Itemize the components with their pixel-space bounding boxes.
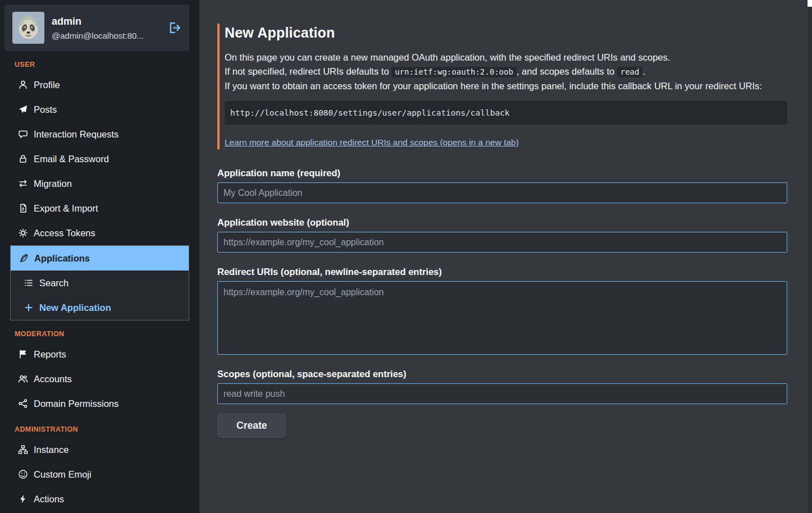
sidebar-item-applications-search[interactable]: Search [11,271,189,295]
application-website-label: Application website (optional) [217,217,787,228]
sidebar-item-label: Accounts [34,373,72,385]
sidebar-item-label: New Application [39,301,111,314]
sidebar-item-label: Posts [34,103,57,116]
sidebar-item-posts[interactable]: Posts [10,97,189,122]
file-icon [17,203,28,214]
sidebar-item-label: Access Tokens [34,227,95,239]
users-icon [17,374,28,384]
sidebar-section-moderation: MODERATION [15,330,199,338]
sidebar-item-custom-emoji[interactable]: Custom Emoji [10,462,189,487]
sidebar-item-label: Export & Import [34,202,98,214]
scopes-label: Scopes (optional, space-separated entrie… [217,369,787,379]
avatar [12,12,44,44]
plus-icon [23,303,34,313]
sidebar-item-label: Applications [34,252,90,264]
user-names: admin @admin@localhost:80... [52,16,144,40]
sidebar-item-export-import[interactable]: Export & Import [10,196,189,221]
sidebar-item-actions[interactable]: Actions [10,487,189,511]
inline-code-oob: urn:ietf:wg:oauth:2.0:oob [391,67,517,77]
list-icon [23,278,34,288]
sidebar-item-label: Migration [34,177,72,190]
gear-icon [17,228,28,239]
main-content: New Application On this page you can cre… [199,0,808,513]
page-intro: New Application On this page you can cre… [217,24,787,149]
flag-icon [17,349,28,360]
sidebar-item-access-tokens[interactable]: Access Tokens [10,221,189,245]
feather-icon [18,253,29,264]
sidebar-item-label: Interaction Requests [34,128,118,140]
sidebar-item-profile[interactable]: Profile [10,72,189,97]
smiley-icon [17,469,28,480]
redirect-uris-textarea[interactable] [217,281,787,355]
scopes-input[interactable] [217,383,787,404]
intro-line-2-mid: , and scopes defaults to [517,66,617,76]
transfer-arrows-icon [17,178,28,189]
user-icon [17,80,28,90]
sidebar-item-label: Actions [34,493,64,505]
sidebar: admin @admin@localhost:80... USER Profil… [0,0,199,513]
sidebar-item-instance[interactable]: Instance [10,437,189,462]
intro-line-2: If not specified, redirect URIs defaults… [225,65,787,79]
sidebar-item-email-password[interactable]: Email & Password [10,146,189,171]
username: admin [52,16,144,28]
sidebar-item-label: Profile [34,79,60,91]
inline-code-read: read [617,67,643,77]
sidebar-item-new-application[interactable]: New Application [11,295,189,320]
paper-plane-icon [17,104,28,115]
sidebar-item-accounts[interactable]: Accounts [10,367,189,391]
application-website-input[interactable] [217,232,787,253]
sidebar-section-administration: ADMINISTRATION [15,425,199,433]
user-card[interactable]: admin @admin@localhost:80... [4,4,189,51]
sidebar-item-domain-permissions[interactable]: Domain Permissions [10,391,189,416]
sidebar-item-migration[interactable]: Migration [10,171,189,196]
applications-group: Applications Search [10,245,189,320]
bolt-icon [17,494,28,505]
new-application-form: Application name (required) Application … [217,168,787,438]
share-nodes-icon [17,399,28,409]
application-name-input[interactable] [217,182,787,203]
page-title: New Application [225,25,787,41]
intro-line-1: On this page you can create a new manage… [225,51,787,65]
comment-icon [17,129,28,140]
user-handle: @admin@localhost:80... [52,31,144,40]
sidebar-item-interaction-requests[interactable]: Interaction Requests [10,122,189,146]
sidebar-section-user: USER [15,61,199,68]
sidebar-item-label: Search [39,277,69,289]
application-name-label: Application name (required) [217,168,787,178]
callback-url-code-block: http://localhost:8080/settings/user/appl… [225,101,787,125]
callback-url: http://localhost:8080/settings/user/appl… [230,108,510,117]
sidebar-item-label: Domain Permissions [34,397,118,410]
intro-line-2-pre: If not specified, redirect URIs defaults… [225,66,391,76]
lock-icon [17,154,28,164]
scrollbar-thumb[interactable] [808,0,812,7]
learn-more-link[interactable]: Learn more about application redirect UR… [225,138,519,147]
sidebar-item-label: Custom Emoji [34,468,92,480]
scrollbar-track[interactable] [808,0,812,513]
redirect-uris-label: Redirect URIs (optional, newline-separat… [217,267,787,277]
sidebar-item-applications[interactable]: Applications [11,246,189,271]
create-button[interactable]: Create [217,414,286,438]
sign-out-icon[interactable] [168,21,181,34]
intro-line-2-post: . [642,66,645,76]
sidebar-item-reports[interactable]: Reports [10,342,189,367]
intro-line-3: If you want to obtain an access token fo… [225,79,787,93]
sidebar-item-label: Reports [34,348,66,360]
sitemap-icon [17,445,28,455]
sidebar-item-label: Instance [34,443,69,456]
sidebar-item-label: Email & Password [34,153,109,165]
sidebar-nav: USER Profile Posts Intera [0,61,199,513]
